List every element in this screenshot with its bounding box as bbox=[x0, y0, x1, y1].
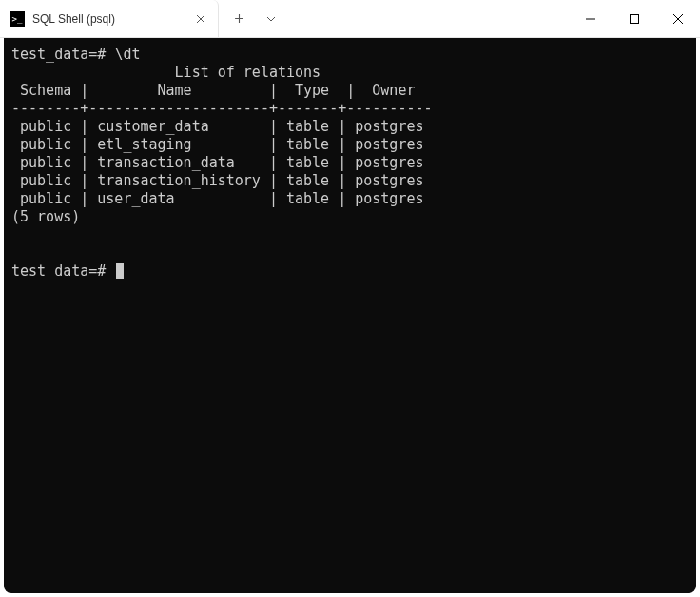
terminal-icon: >_ bbox=[10, 11, 25, 27]
prompt: test_data=# bbox=[11, 46, 106, 63]
maximize-button[interactable] bbox=[612, 0, 656, 37]
command-text: \dt bbox=[114, 46, 140, 63]
tab-close-button[interactable] bbox=[193, 11, 208, 27]
minimize-button[interactable] bbox=[569, 0, 612, 37]
tab-active[interactable]: >_ SQL Shell (psql) bbox=[0, 0, 219, 37]
tab-strip: >_ SQL Shell (psql) bbox=[0, 0, 569, 37]
cursor bbox=[116, 263, 124, 279]
output-title-line: List of relations bbox=[11, 64, 321, 81]
svg-rect-0 bbox=[631, 14, 639, 23]
close-button[interactable] bbox=[656, 0, 700, 37]
title-bar: >_ SQL Shell (psql) bbox=[0, 0, 700, 38]
window-controls bbox=[569, 0, 700, 37]
row-count: (5 rows) bbox=[11, 208, 80, 225]
table-rows: public | customer_data | table | postgre… bbox=[11, 118, 423, 207]
tab-actions bbox=[219, 0, 285, 37]
new-tab-button[interactable] bbox=[224, 5, 253, 33]
prompt: test_data=# bbox=[11, 262, 106, 279]
separator-row: --------+---------------------+-------+-… bbox=[11, 100, 433, 117]
terminal-output[interactable]: test_data=# \dt List of relations Schema… bbox=[4, 38, 696, 593]
tab-dropdown-button[interactable] bbox=[257, 5, 285, 33]
tab-title: SQL Shell (psql) bbox=[32, 12, 185, 26]
header-row: Schema | Name | Type | Owner bbox=[11, 82, 415, 99]
